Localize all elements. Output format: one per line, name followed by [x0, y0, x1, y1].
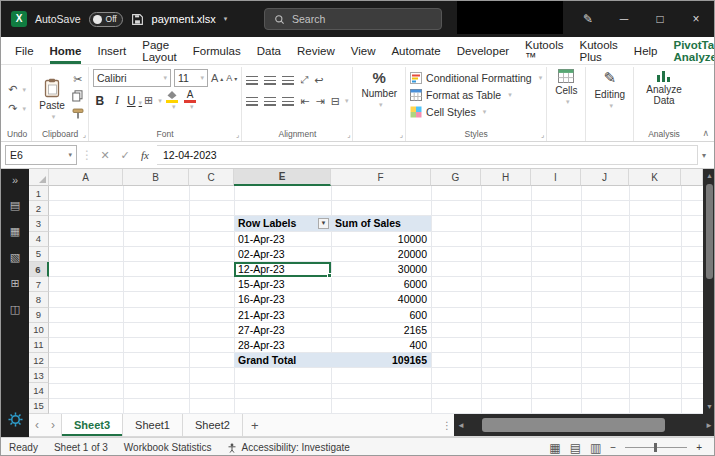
page-break-view-button[interactable]: ▥ — [590, 441, 601, 455]
search-input[interactable]: Search — [264, 8, 442, 30]
increase-indent-button[interactable]: ⇥ — [316, 93, 325, 109]
cell-e7[interactable]: 15-Apr-23 — [234, 277, 331, 292]
tab-view[interactable]: View — [343, 37, 384, 64]
editing-button[interactable]: ✎ Editing — [590, 69, 629, 110]
format-painter-button[interactable] — [72, 105, 84, 121]
conditional-formatting-button[interactable]: Conditional Formatting — [410, 69, 542, 86]
row-header-9[interactable]: 9 — [29, 308, 49, 323]
cell-f5[interactable]: 20000 — [331, 247, 431, 262]
zoom-slider-thumb[interactable] — [654, 443, 657, 452]
cut-button[interactable]: ✂ — [72, 71, 84, 87]
row-header-1[interactable]: 1 — [29, 186, 49, 201]
row-header-2[interactable]: 2 — [29, 201, 49, 216]
tab-automate[interactable]: Automate — [383, 37, 448, 64]
vertical-scroll-thumb[interactable] — [706, 184, 713, 279]
tab-developer[interactable]: Developer — [449, 37, 517, 64]
font-color-button[interactable]: A — [183, 90, 198, 111]
column-header-j[interactable]: J — [581, 169, 629, 186]
row-header-12[interactable]: 12 — [29, 353, 49, 368]
align-top-button[interactable] — [246, 76, 258, 85]
workbook-statistics-button[interactable]: Workbook Statistics — [124, 442, 212, 453]
align-right-button[interactable] — [282, 97, 294, 106]
undo-button[interactable]: ↶ — [7, 82, 27, 98]
column-header-g[interactable]: G — [431, 169, 481, 186]
row-header-11[interactable]: 11 — [29, 338, 49, 353]
autosave-toggle[interactable]: Off — [89, 12, 123, 27]
horizontal-scrollbar[interactable]: ◄ ► — [454, 414, 715, 436]
new-sheet-button[interactable]: + — [243, 414, 267, 436]
row-header-7[interactable]: 7 — [29, 277, 49, 292]
cell-f4[interactable]: 10000 — [331, 232, 431, 247]
cancel-entry-button[interactable]: ✕ — [97, 149, 113, 162]
sheet-tab-sheet3[interactable]: Sheet3 — [61, 414, 123, 436]
cell-e6-active[interactable]: 12-Apr-23 — [234, 262, 331, 277]
name-box-dropdown-icon[interactable]: ▾ — [68, 151, 72, 159]
analyze-data-button[interactable]: Analyze Data — [638, 69, 690, 106]
column-header-e[interactable]: E — [234, 169, 331, 186]
align-center-button[interactable] — [264, 97, 276, 106]
orientation-button[interactable]: ⤢ — [300, 72, 308, 88]
tab-formulas[interactable]: Formulas — [185, 37, 249, 64]
tab-file[interactable]: File — [7, 37, 42, 64]
sheet-nav-prev-icon[interactable]: ‹ — [29, 414, 45, 436]
pane-names-icon[interactable]: ⊞ — [10, 277, 19, 290]
horizontal-scroll-thumb[interactable] — [482, 418, 665, 432]
column-header-k[interactable]: K — [629, 169, 681, 186]
cell-f11[interactable]: 400 — [331, 338, 431, 353]
row-header-10[interactable]: 10 — [29, 323, 49, 338]
align-bottom-button[interactable] — [282, 76, 294, 85]
select-all-corner[interactable] — [29, 169, 49, 186]
font-name-select[interactable]: Calibri — [93, 69, 171, 87]
vertical-scrollbar[interactable]: ▲ ▼ — [703, 169, 715, 414]
confirm-entry-button[interactable]: ✓ — [117, 149, 133, 162]
paste-button[interactable]: Paste — [36, 69, 68, 129]
number-dialog-launcher[interactable]: ⌟ — [400, 131, 403, 139]
maximize-button[interactable]: □ — [642, 1, 678, 37]
ink-pen-icon[interactable]: ✎ — [570, 1, 606, 37]
zoom-in-button[interactable]: + — [696, 442, 702, 453]
column-header-f[interactable]: F — [331, 169, 431, 186]
save-icon[interactable] — [131, 13, 144, 26]
cell-e5[interactable]: 02-Apr-23 — [234, 247, 331, 262]
sheet-tab-sheet2[interactable]: Sheet2 — [183, 414, 243, 436]
cell-e9[interactable]: 21-Apr-23 — [234, 308, 331, 323]
row-header-13[interactable]: 13 — [29, 368, 49, 383]
decrease-indent-button[interactable]: ⇤ — [300, 93, 309, 109]
italic-button[interactable]: I — [110, 93, 124, 108]
merge-center-button[interactable]: ⊟ — [331, 93, 349, 109]
cell-f10[interactable]: 2165 — [331, 323, 431, 338]
fill-color-button[interactable] — [165, 91, 180, 111]
tab-overflow-icon[interactable]: ⋮ — [440, 414, 454, 436]
normal-view-button[interactable]: ▦ — [549, 441, 560, 455]
scroll-up-icon[interactable]: ▲ — [706, 171, 713, 181]
name-box[interactable]: E6 ▾ — [5, 145, 77, 165]
cell-f12[interactable]: 109165 — [331, 353, 431, 368]
grow-font-button[interactable]: A▴ — [211, 70, 223, 86]
row-header-8[interactable]: 8 — [29, 292, 49, 307]
font-size-select[interactable]: 11 — [174, 69, 208, 87]
collapse-ribbon-icon[interactable]: ∧ — [702, 128, 709, 138]
tab-kutools[interactable]: Kutools ™ — [517, 37, 571, 64]
underline-button[interactable]: U — [127, 94, 141, 108]
cell-f6[interactable]: 30000 — [331, 262, 431, 277]
cells-button[interactable]: Cells — [551, 69, 581, 106]
row-header-4[interactable]: 4 — [29, 232, 49, 247]
minimize-button[interactable]: ─ — [606, 1, 642, 37]
align-left-button[interactable] — [246, 97, 258, 106]
zoom-out-button[interactable]: − — [610, 442, 616, 453]
accessibility-status[interactable]: Accessibility: Investigate — [227, 442, 349, 453]
row-labels-filter-button[interactable]: ▼ — [318, 218, 329, 229]
zoom-slider[interactable] — [625, 447, 687, 448]
column-header-c[interactable]: C — [189, 169, 234, 186]
format-as-table-button[interactable]: Format as Table — [410, 86, 542, 103]
wrap-text-button[interactable]: ↩ — [314, 72, 323, 88]
column-header-h[interactable]: H — [481, 169, 531, 186]
pivot-sum-header[interactable]: Sum of Sales — [331, 216, 431, 231]
column-header-i[interactable]: I — [531, 169, 581, 186]
clipboard-dialog-launcher[interactable]: ⌟ — [83, 131, 86, 139]
redo-button[interactable]: ↷ — [7, 101, 27, 117]
cell-f9[interactable]: 600 — [331, 308, 431, 323]
expand-formula-bar-icon[interactable]: ▾ — [702, 151, 710, 160]
bold-button[interactable]: B — [93, 94, 107, 108]
column-header-a[interactable]: A — [49, 169, 123, 186]
